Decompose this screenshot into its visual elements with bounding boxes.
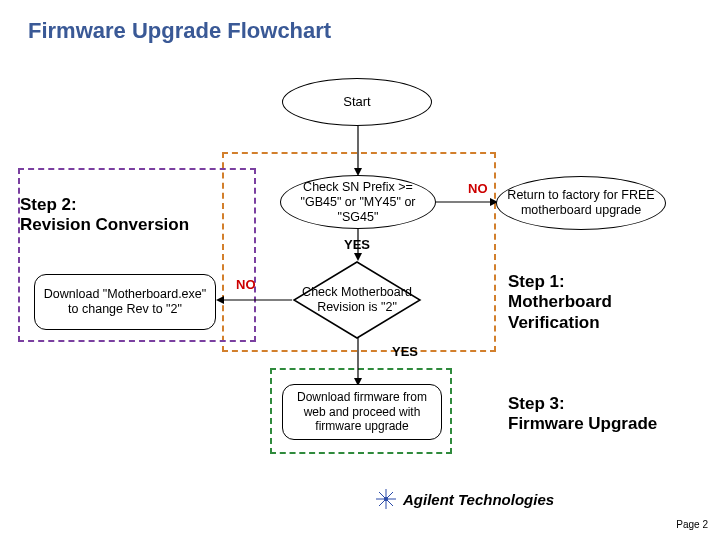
svg-line-17 [386, 492, 393, 499]
logo: Agilent Technologies [375, 488, 554, 510]
no1-label: NO [468, 181, 488, 196]
svg-line-18 [379, 499, 386, 506]
download-fw-node: Download firmware from web and proceed w… [282, 384, 442, 440]
logo-text: Agilent Technologies [403, 491, 554, 508]
step3-label: Step 3: Firmware Upgrade [508, 394, 657, 435]
yes1-label: YES [344, 237, 370, 252]
check-rev-text: Check Motherboard Revision is "2" [290, 285, 424, 315]
page-number: Page 2 [676, 519, 708, 530]
svg-line-16 [379, 492, 386, 499]
step2-label: Step 2: Revision Conversion [20, 195, 189, 236]
step1-label: Step 1: Motherboard Verification [508, 272, 612, 333]
no2-label: NO [236, 277, 256, 292]
start-node: Start [282, 78, 432, 126]
page-title: Firmware Upgrade Flowchart [28, 18, 331, 44]
check-rev-node: Check Motherboard Revision is "2" [290, 260, 424, 340]
factory-node: Return to factory for FREE motherboard u… [496, 176, 666, 230]
check-sn-node: Check SN Prefix >= "GB45" or "MY45" or "… [280, 175, 436, 229]
agilent-spark-icon [375, 488, 397, 510]
yes2-label: YES [392, 344, 418, 359]
download-mb-node: Download "Motherboard.exe" to change Rev… [34, 274, 216, 330]
svg-line-19 [386, 499, 393, 506]
